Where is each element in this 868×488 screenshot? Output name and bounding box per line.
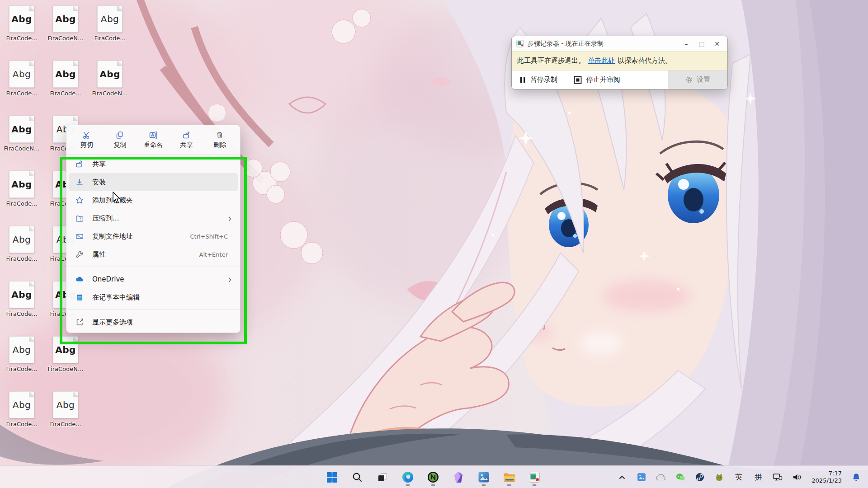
rename-button[interactable]: A 重命名 xyxy=(137,127,169,153)
desktop-icon-font-file[interactable]: Abg FiraCode... xyxy=(0,391,43,427)
share-icon xyxy=(182,131,191,140)
desktop-icon-label: FiraCodeN... xyxy=(0,145,43,152)
chevron-up-icon xyxy=(619,475,625,479)
delete-button[interactable]: 删除 xyxy=(204,127,236,153)
font-file-icon: Abg xyxy=(9,5,34,33)
shortcut-label: Ctrl+Shift+C xyxy=(190,233,228,240)
file-explorer-button[interactable] xyxy=(499,467,519,487)
banner-text: 此工具正在逐步退出。 xyxy=(517,56,585,65)
zip-folder-icon xyxy=(75,214,84,223)
running-indicator xyxy=(482,484,486,486)
steps-recorder-window: 步骤记录器 - 现在正在录制 – □ ✕ 此工具正在逐步退出。 单击此处 以探索… xyxy=(511,36,728,89)
maximize-button[interactable]: □ xyxy=(694,36,709,51)
font-file-icon: Abg xyxy=(53,61,78,88)
ime-pinyin-indicator[interactable]: 拼 xyxy=(750,469,766,486)
menu-item-edit-in-notepad[interactable]: 在记事本中编辑 xyxy=(69,288,238,306)
taskbar-center-apps xyxy=(322,466,544,488)
wrench-icon xyxy=(75,250,84,259)
n-app-button[interactable] xyxy=(423,467,443,487)
tray-steam[interactable] xyxy=(692,469,708,486)
settings-button[interactable]: 设置 xyxy=(668,70,727,89)
desktop-icon-font-file[interactable]: Abg FiraCodeN... xyxy=(0,116,43,152)
download-icon xyxy=(75,178,84,187)
folder-icon xyxy=(503,472,515,483)
desktop-icon-font-file[interactable]: Abg FiraCodeN... xyxy=(44,5,87,42)
menu-item-add-to-favorites[interactable]: 添加到收藏夹 xyxy=(69,191,238,209)
minimize-button[interactable]: – xyxy=(679,36,694,51)
desktop-icon-font-file[interactable]: Abg FiraCode... xyxy=(0,336,43,372)
desktop-icon-label: FiraCode... xyxy=(89,35,131,42)
menu-item-copy-file-path[interactable]: 复制文件地址 Ctrl+Shift+C xyxy=(69,227,238,245)
taskbar-tray: 英 拼 7:17 2025/1/23 xyxy=(614,466,864,488)
font-file-icon: Abg xyxy=(9,336,34,363)
copy-button[interactable]: 复制 xyxy=(104,127,136,153)
desktop-icon-font-file[interactable]: Abg FiraCode... xyxy=(0,226,43,262)
menu-item-install[interactable]: 安装 xyxy=(69,173,238,191)
task-view-button[interactable] xyxy=(373,467,392,487)
tray-wechat[interactable] xyxy=(672,469,689,486)
running-indicator xyxy=(431,484,435,486)
font-file-icon: Abg xyxy=(9,226,34,253)
desktop-icon-font-file[interactable]: Abg FiraCode... xyxy=(0,171,43,207)
font-file-icon: Abg xyxy=(53,391,78,418)
obsidian-button[interactable] xyxy=(448,467,468,487)
font-file-icon: Abg xyxy=(9,281,34,308)
font-file-icon: Abg xyxy=(9,116,34,143)
task-view-icon xyxy=(377,472,388,483)
recorder-titlebar[interactable]: 步骤记录器 - 现在正在录制 – □ ✕ xyxy=(512,36,727,51)
font-file-icon: Abg xyxy=(97,61,123,88)
desktop-icon-font-file[interactable]: Abg FiraCode... xyxy=(44,391,87,427)
notepad-icon xyxy=(75,293,84,302)
volume-button[interactable] xyxy=(789,469,805,486)
cut-button[interactable]: 剪切 xyxy=(71,127,103,153)
recorder-button-row: 暂停录制 停止并审阅 设置 xyxy=(512,70,727,89)
context-menu-items: 共享 安装 添加到收藏夹 压缩到... › 复制文件地址 Ctr xyxy=(66,155,240,331)
show-hidden-icons-button[interactable] xyxy=(614,469,630,486)
menu-item-show-more-options[interactable]: 显示更多选项 xyxy=(69,313,238,331)
search-button[interactable] xyxy=(347,467,367,487)
edge-browser-button[interactable] xyxy=(398,467,418,487)
cat-icon xyxy=(715,473,724,482)
pause-recording-button[interactable]: 暂停录制 xyxy=(512,70,566,89)
desktop-icon-font-file[interactable]: Abg FiraCodeN... xyxy=(89,61,131,97)
tray-cat-app[interactable] xyxy=(711,469,727,486)
start-button[interactable] xyxy=(322,467,342,487)
steam-icon xyxy=(695,473,704,482)
tray-date: 2025/1/23 xyxy=(811,477,842,484)
desktop-icon-label: FiraCode... xyxy=(0,310,43,317)
desktop-icon-font-file[interactable]: Abg FiraCode... xyxy=(0,5,43,42)
stop-and-review-button[interactable]: 停止并审阅 xyxy=(566,70,628,89)
desktop-icon-font-file[interactable]: Abg FiraCode... xyxy=(0,281,43,317)
onedrive-cloud-icon xyxy=(75,275,84,284)
menu-item-share[interactable]: 共享 xyxy=(69,155,238,173)
banner-link[interactable]: 单击此处 xyxy=(588,56,615,65)
tray-onedrive[interactable] xyxy=(653,469,669,486)
notifications-button[interactable] xyxy=(848,469,864,486)
desktop-icon-font-file[interactable]: Abg FiraCode... xyxy=(89,5,131,42)
obsidian-gem-icon xyxy=(453,471,464,483)
taskbar: 英 拼 7:17 2025/1/23 xyxy=(0,465,868,488)
menu-item-compress-to[interactable]: 压缩到... › xyxy=(69,209,238,227)
menu-item-properties[interactable]: 属性 Alt+Enter xyxy=(69,245,238,263)
network-icon xyxy=(773,473,783,481)
photos-icon xyxy=(478,471,490,483)
star-icon xyxy=(75,196,84,205)
menu-item-onedrive[interactable]: OneDrive › xyxy=(69,270,238,288)
share-icon xyxy=(75,160,84,169)
close-button[interactable]: ✕ xyxy=(709,36,725,51)
desktop-icon-font-file[interactable]: Abg FiraCodeN... xyxy=(44,336,87,372)
desktop-icon-font-file[interactable]: Abg FiraCode... xyxy=(0,61,43,97)
rename-icon: A xyxy=(149,131,158,140)
ime-language-indicator[interactable]: 英 xyxy=(731,469,747,486)
steps-recorder-taskbar-button[interactable] xyxy=(524,467,544,487)
photos-button[interactable] xyxy=(474,467,494,487)
scissors-icon xyxy=(82,131,91,140)
desktop-icon-font-file[interactable]: Abg FiraCode... xyxy=(44,61,87,97)
share-button[interactable]: 共享 xyxy=(171,127,203,153)
tray-photos-app[interactable] xyxy=(633,469,650,486)
copy-icon xyxy=(115,131,124,140)
running-indicator xyxy=(406,484,410,486)
clock[interactable]: 7:17 2025/1/23 xyxy=(808,469,845,486)
windows-logo-icon xyxy=(326,472,338,483)
network-button[interactable] xyxy=(769,469,786,486)
